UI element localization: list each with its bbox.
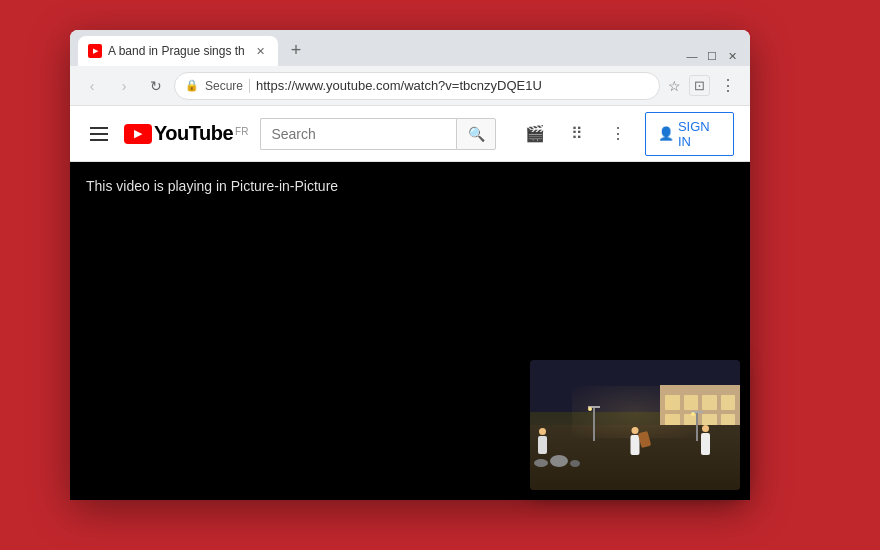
new-tab-button[interactable]: +	[282, 36, 310, 64]
browser-window: A band in Prague sings th ✕ + — ☐ ✕ ‹ › …	[70, 30, 750, 500]
youtube-country-code: FR	[235, 126, 248, 137]
address-bar: ‹ › ↻ 🔒 Secure https://www.youtube.com/w…	[70, 66, 750, 106]
forward-button[interactable]: ›	[110, 72, 138, 100]
hamburger-line-2	[90, 133, 108, 135]
url-bar[interactable]: 🔒 Secure https://www.youtube.com/watch?v…	[174, 72, 660, 100]
url-text: https://www.youtube.com/watch?v=tbcnzyDQ…	[256, 78, 649, 93]
close-button[interactable]: ✕	[726, 50, 738, 62]
youtube-search-bar: 🔍	[260, 118, 496, 150]
picture-in-picture-window[interactable]	[530, 360, 740, 490]
browser-menu-button[interactable]: ⋮	[714, 74, 742, 97]
secure-icon: 🔒	[185, 79, 199, 92]
window-controls: — ☐ ✕	[686, 50, 742, 66]
youtube-header: YouTube FR 🔍 🎬 ⠿ ⋮ 👤 SIGN IN	[70, 106, 750, 162]
building-window	[721, 395, 736, 411]
youtube-search-button[interactable]: 🔍	[456, 118, 496, 150]
pip-scene	[530, 360, 740, 490]
street-light-1	[593, 406, 595, 441]
sign-in-icon: 👤	[658, 126, 674, 141]
pip-icon-button[interactable]: ⊡	[689, 75, 710, 96]
maximize-button[interactable]: ☐	[706, 50, 718, 62]
youtube-logo[interactable]: YouTube FR	[124, 122, 248, 145]
pip-message: This video is playing in Picture-in-Pict…	[86, 178, 338, 194]
minimize-button[interactable]: —	[686, 50, 698, 62]
standing-person-figure	[701, 425, 710, 455]
building-window	[684, 395, 699, 411]
active-tab[interactable]: A band in Prague sings th ✕	[78, 36, 278, 66]
drum-kit	[534, 455, 580, 467]
youtube-logo-icon	[124, 124, 152, 144]
tab-bar: A band in Prague sings th ✕ + — ☐ ✕	[70, 30, 750, 66]
guitarist-figure	[631, 427, 640, 455]
sign-in-label: SIGN IN	[678, 119, 721, 149]
url-divider	[249, 79, 250, 93]
back-button[interactable]: ‹	[78, 72, 106, 100]
drummer-figure	[538, 428, 547, 454]
tab-favicon	[88, 44, 102, 58]
youtube-logo-text: YouTube	[154, 122, 233, 145]
youtube-header-right: 🎬 ⠿ ⋮ 👤 SIGN IN	[520, 112, 734, 156]
youtube-search-input[interactable]	[260, 118, 456, 150]
building-window	[702, 395, 717, 411]
tab-close-button[interactable]: ✕	[252, 43, 268, 59]
video-area: This video is playing in Picture-in-Pict…	[70, 162, 750, 500]
hamburger-line-3	[90, 139, 108, 141]
building-window	[665, 395, 680, 411]
reload-button[interactable]: ↻	[142, 72, 170, 100]
youtube-sign-in-button[interactable]: 👤 SIGN IN	[645, 112, 734, 156]
youtube-more-button[interactable]: ⋮	[603, 118, 633, 150]
youtube-upload-button[interactable]: 🎬	[520, 118, 550, 150]
tab-title: A band in Prague sings th	[108, 44, 246, 58]
secure-label: Secure	[205, 79, 243, 93]
street-light-2	[696, 411, 698, 441]
hamburger-line-1	[90, 127, 108, 129]
hamburger-menu-button[interactable]	[86, 123, 112, 145]
bookmark-button[interactable]: ☆	[664, 76, 685, 96]
youtube-apps-button[interactable]: ⠿	[562, 118, 592, 150]
